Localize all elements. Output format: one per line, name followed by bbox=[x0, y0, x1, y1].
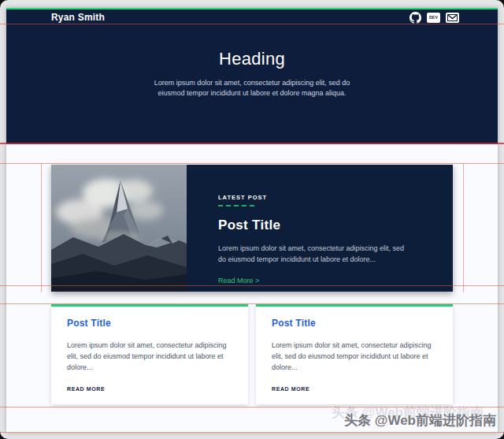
dev-badge-icon[interactable]: DEV bbox=[427, 13, 440, 23]
eyebrow-underline bbox=[218, 205, 254, 206]
post-card-1[interactable]: Post Title Lorem ipsum dolor sit amet, c… bbox=[51, 304, 248, 404]
featured-read-more-link[interactable]: Read More > bbox=[218, 277, 259, 285]
featured-post-image bbox=[51, 165, 187, 292]
github-icon[interactable] bbox=[410, 12, 421, 24]
featured-post-title: Post Title bbox=[218, 218, 407, 233]
post-excerpt: Lorem ipsum dolor sit amet, consectetur … bbox=[272, 340, 437, 374]
post-title: Post Title bbox=[272, 318, 437, 329]
hero-subtitle: Lorem ipsum dolor sit amet, consectetur … bbox=[154, 78, 350, 98]
screenshot-frame: Ryan Smith DEV Heading Lorem ipsum dolor… bbox=[0, 0, 504, 439]
hero-section: Heading Lorem ipsum dolor sit amet, cons… bbox=[6, 25, 498, 144]
post-card-2[interactable]: Post Title Lorem ipsum dolor sit amet, c… bbox=[256, 304, 453, 404]
site-brand-link[interactable]: Ryan Smith bbox=[51, 12, 105, 23]
read-more-link[interactable]: READ MORE bbox=[67, 386, 105, 392]
post-title: Post Title bbox=[67, 318, 232, 329]
featured-post-card[interactable]: LATEST POST Post Title Lorem ipsum dolor… bbox=[51, 165, 453, 292]
watermark: 头条 @Web前端进阶指南 bbox=[344, 411, 496, 430]
mail-icon[interactable] bbox=[446, 13, 459, 23]
featured-post-body: LATEST POST Post Title Lorem ipsum dolor… bbox=[187, 165, 423, 292]
navbar-icons: DEV bbox=[410, 12, 459, 24]
post-excerpt: Lorem ipsum dolor sit amet, consectetur … bbox=[67, 340, 232, 374]
featured-post-excerpt: Lorem ipsum dolor sit amet, consectetur … bbox=[218, 244, 407, 266]
navbar: Ryan Smith DEV bbox=[6, 8, 498, 25]
dev-badge-label: DEV bbox=[429, 15, 438, 20]
read-more-link[interactable]: READ MORE bbox=[272, 386, 309, 392]
latest-post-eyebrow: LATEST POST bbox=[218, 194, 267, 201]
hero-title: Heading bbox=[6, 49, 498, 69]
